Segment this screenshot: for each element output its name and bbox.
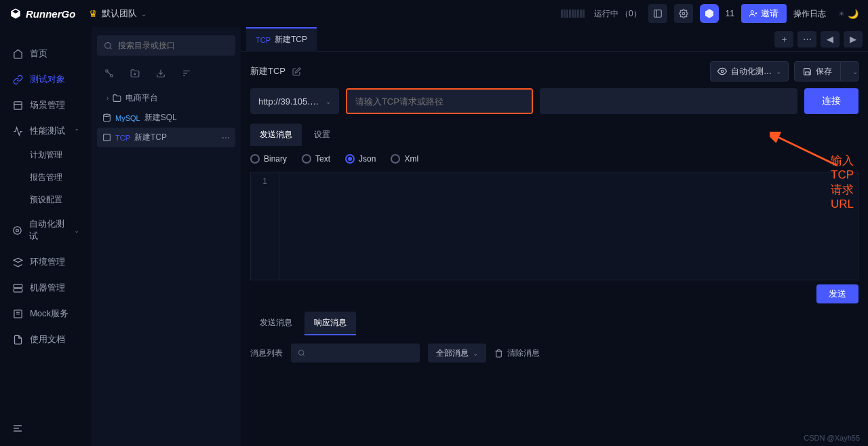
- watermark: CSDN @Xayh55: [804, 434, 860, 442]
- user-plus-icon: [749, 10, 757, 18]
- chart-icon: [12, 126, 23, 136]
- link-icon: [12, 74, 23, 85]
- nav-mock[interactable]: Mock服务: [0, 301, 92, 327]
- tab-tcp[interactable]: TCP 新建TCP: [246, 27, 317, 52]
- home-icon: [12, 48, 23, 59]
- search-icon: [298, 349, 305, 357]
- theme-toggle[interactable]: ☀ 🌙: [838, 9, 859, 19]
- cube-icon-button[interactable]: [700, 4, 719, 23]
- collapse-sidebar-button[interactable]: [0, 411, 92, 446]
- crown-icon: ♛: [89, 8, 98, 19]
- url-row: http://39.105.… ⌄ 连接: [241, 88, 868, 124]
- invite-button[interactable]: 邀请: [741, 4, 787, 23]
- svg-rect-28: [104, 134, 111, 141]
- running-label: 运行中 （0）: [594, 8, 642, 20]
- radio-binary[interactable]: Binary: [250, 154, 287, 164]
- tree-item-mysql[interactable]: MySQL 新建SQL: [97, 108, 235, 128]
- gear-icon-button[interactable]: [674, 4, 693, 23]
- folder-item[interactable]: › 电商平台: [97, 88, 235, 108]
- message-filter-select[interactable]: 全部消息 ⌄: [428, 343, 486, 363]
- sun-icon: ☀: [838, 10, 845, 18]
- connect-button[interactable]: 连接: [804, 88, 859, 114]
- database-icon: [102, 113, 111, 122]
- chevron-down-icon: ⌄: [473, 350, 478, 357]
- tab-prev-button[interactable]: ◀: [821, 31, 840, 48]
- more-icon[interactable]: ⋯: [222, 133, 230, 143]
- tree-item-tcp[interactable]: TCP 新建TCP ⋯: [97, 128, 235, 147]
- logo-icon: [9, 7, 22, 20]
- nav-test-object[interactable]: 测试对象: [0, 67, 92, 92]
- response-toolbar: 消息列表 全部消息 ⌄ 清除消息: [241, 335, 868, 371]
- resp-tab-send[interactable]: 发送消息: [250, 312, 302, 335]
- svg-line-31: [303, 354, 304, 356]
- url-input[interactable]: [347, 90, 532, 113]
- scene-icon: [12, 100, 23, 111]
- chevron-down-icon: ⌄: [852, 68, 858, 75]
- ops-log-link[interactable]: 操作日志: [793, 8, 826, 20]
- sidebar: 首页 测试对象 场景管理 性能测试⌃ 计划管理 报告管理 预设配置 自动化测试⌄…: [0, 27, 92, 446]
- nav-env[interactable]: 环境管理: [0, 249, 92, 275]
- nav-docs[interactable]: 使用文档: [0, 327, 92, 352]
- chevron-down-icon: ⌄: [141, 10, 146, 18]
- new-folder-button[interactable]: [124, 65, 146, 81]
- new-tab-button[interactable]: ＋: [774, 31, 793, 48]
- nav-perf-test[interactable]: 性能测试⌃: [0, 118, 92, 144]
- svg-point-8: [14, 226, 21, 234]
- moon-icon: 🌙: [848, 9, 859, 19]
- radio-json[interactable]: Json: [345, 154, 376, 164]
- svg-point-16: [105, 42, 111, 48]
- nav-scene[interactable]: 场景管理: [0, 92, 92, 118]
- resp-tab-response[interactable]: 响应消息: [304, 312, 356, 335]
- save-icon: [803, 67, 812, 76]
- code-editor[interactable]: 1: [250, 172, 859, 280]
- message-search[interactable]: [291, 343, 420, 363]
- search-icon: [104, 41, 113, 50]
- tree-panel: › 电商平台 MySQL 新建SQL TCP 新建TCP ⋯: [92, 27, 241, 446]
- edit-icon[interactable]: [292, 67, 301, 76]
- nav-report-mgmt[interactable]: 报告管理: [0, 166, 92, 189]
- tcp-icon: [102, 133, 111, 142]
- tree-search[interactable]: [97, 35, 235, 56]
- nav-preset-config[interactable]: 预设配置: [0, 189, 92, 211]
- tab-more-button[interactable]: ⋯: [797, 31, 816, 48]
- topbar: RunnerGo ♛ 默认团队 ⌄ 运行中 （0） 11 邀请 操作日志 ☀ 🌙: [0, 0, 868, 27]
- svg-point-2: [682, 12, 685, 15]
- svg-point-3: [751, 11, 753, 14]
- team-selector[interactable]: ♛ 默认团队 ⌄: [89, 7, 146, 20]
- message-search-input[interactable]: [305, 348, 413, 358]
- tab-bar: TCP 新建TCP ＋ ⋯ ◀ ▶: [241, 27, 868, 52]
- svg-marker-9: [14, 258, 22, 262]
- sub-tab-settings[interactable]: 设置: [304, 124, 340, 146]
- response-tabs: 发送消息 响应消息: [241, 308, 868, 335]
- visibility-select[interactable]: 自动化测… ⌄: [710, 61, 789, 81]
- team-name: 默认团队: [102, 7, 137, 20]
- tab-next-button[interactable]: ▶: [844, 31, 863, 48]
- line-gutter: 1: [251, 172, 279, 280]
- sort-button[interactable]: [176, 65, 197, 81]
- radio-xml[interactable]: Xml: [391, 154, 418, 164]
- save-dropdown-button[interactable]: ⌄: [841, 61, 859, 81]
- nav-auto-test[interactable]: 自动化测试⌄: [0, 211, 92, 249]
- clear-messages-button[interactable]: 清除消息: [494, 348, 540, 359]
- radio-text[interactable]: Text: [302, 154, 330, 164]
- import-button[interactable]: [150, 65, 172, 81]
- auto-icon: [12, 225, 22, 236]
- tree-search-input[interactable]: [118, 41, 229, 50]
- svg-rect-10: [14, 284, 22, 287]
- layout-icon-button[interactable]: [648, 4, 667, 23]
- layers-icon: [12, 257, 23, 267]
- svg-rect-6: [14, 101, 21, 109]
- sub-tab-send[interactable]: 发送消息: [250, 124, 302, 146]
- link-tool-button[interactable]: [98, 65, 120, 81]
- nav-home[interactable]: 首页: [0, 41, 92, 67]
- save-button[interactable]: 保存: [794, 61, 841, 81]
- svg-point-27: [104, 114, 111, 116]
- nav-plan-mgmt[interactable]: 计划管理: [0, 144, 92, 166]
- svg-point-7: [16, 229, 19, 231]
- nav-machine[interactable]: 机器管理: [0, 275, 92, 301]
- collapse-icon: [12, 423, 23, 434]
- url-extra-space: [540, 88, 797, 114]
- msg-list-label: 消息列表: [250, 348, 283, 359]
- send-button[interactable]: 发送: [816, 284, 859, 303]
- url-host-select[interactable]: http://39.105.… ⌄: [250, 88, 339, 114]
